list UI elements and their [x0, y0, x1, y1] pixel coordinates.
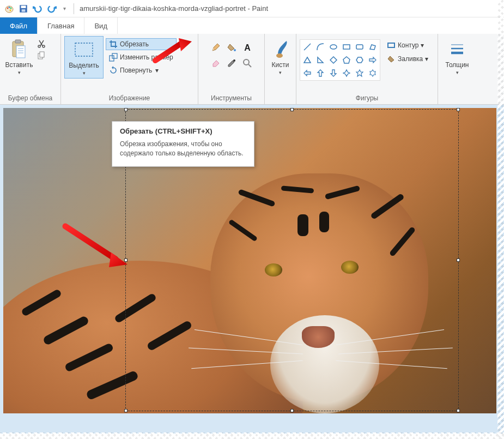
chevron-down-icon: ▾ — [83, 70, 86, 76]
size-button[interactable]: Толщин ▾ — [441, 36, 473, 77]
svg-text:A: A — [244, 43, 251, 52]
tab-file[interactable]: Файл — [0, 17, 38, 34]
ribbon-group-tools: A Инструменты — [198, 34, 265, 104]
brushes-button[interactable]: Кисти ▾ — [268, 36, 293, 77]
ribbon-group-image: Выделить ▾ Обрезать Изменить размер — [61, 34, 198, 104]
select-label: Выделить — [69, 62, 99, 69]
pencil-tool[interactable] — [209, 40, 223, 55]
svg-point-15 — [42, 45, 45, 47]
brushes-group-label — [268, 101, 293, 103]
shapes-gallery[interactable] — [300, 39, 380, 81]
shape-rectangle[interactable] — [341, 41, 353, 53]
svg-point-3 — [10, 7, 12, 9]
shape-oval[interactable] — [327, 41, 339, 53]
rotate-button[interactable]: Повернуть ▾ — [106, 64, 177, 76]
svg-rect-17 — [40, 52, 44, 57]
rotate-icon — [109, 66, 118, 75]
resize-icon — [109, 53, 118, 62]
brushes-label: Кисти — [272, 61, 289, 69]
crop-label: Обрезать — [120, 40, 149, 48]
tooltip-title: Обрезать (CTRL+SHIFT+X) — [120, 127, 247, 135]
titlebar: ▾ amurskii-tigr-tigr-dikaia-koshka-morda… — [0, 0, 504, 17]
svg-point-14 — [38, 45, 40, 47]
color-picker-tool[interactable] — [224, 56, 239, 70]
ribbon-group-shapes: Контур ▾ Заливка ▾ Фигуры — [296, 34, 438, 104]
size-label: Толщин — [445, 61, 469, 69]
select-button[interactable]: Выделить ▾ — [64, 36, 104, 79]
shape-pentagon[interactable] — [341, 54, 353, 66]
svg-point-26 — [276, 53, 283, 58]
shape-polygon[interactable] — [367, 41, 379, 53]
ribbon: Вставить ▾ Буфер обмена Выделить ▾ — [0, 34, 504, 105]
titlebar-separator — [74, 3, 74, 14]
shape-diamond[interactable] — [327, 54, 339, 66]
svg-point-2 — [9, 7, 10, 8]
shape-line[interactable] — [301, 41, 313, 53]
shape-arrow-up[interactable] — [314, 67, 326, 79]
shape-fill-button[interactable]: Заливка ▾ — [384, 53, 432, 65]
shape-star5[interactable] — [354, 67, 366, 79]
screenshot-torn-edge-bottom — [0, 432, 504, 439]
outline-icon — [387, 41, 396, 50]
tab-home[interactable]: Главная — [38, 17, 84, 34]
copy-button[interactable] — [37, 51, 46, 60]
outline-label: Контур — [398, 41, 418, 49]
undo-button[interactable] — [33, 4, 42, 14]
svg-point-4 — [10, 9, 11, 11]
magnifier-tool[interactable] — [240, 56, 254, 70]
shape-rounded-rect[interactable] — [354, 41, 366, 53]
svg-rect-6 — [21, 5, 26, 8]
svg-rect-31 — [388, 43, 394, 47]
shape-arrow-right[interactable] — [367, 54, 379, 66]
tab-view[interactable]: Вид — [84, 17, 118, 34]
image-group-label: Изображение — [64, 93, 195, 103]
tools-group-label: Инструменты — [202, 93, 261, 103]
shape-curve[interactable] — [314, 41, 326, 53]
shape-star6[interactable] — [367, 67, 379, 79]
rotate-label: Повернуть — [120, 67, 152, 74]
fill-icon — [387, 55, 396, 63]
quick-access-toolbar: ▾ — [19, 4, 68, 14]
shape-hexagon[interactable] — [354, 54, 366, 66]
redo-button[interactable] — [47, 4, 57, 14]
ribbon-group-brushes: Кисти ▾ — [265, 34, 296, 104]
shape-arrow-down[interactable] — [327, 67, 339, 79]
svg-point-24 — [244, 59, 249, 65]
text-tool[interactable]: A — [240, 40, 254, 55]
ribbon-group-clipboard: Вставить ▾ Буфер обмена — [0, 34, 61, 104]
shape-right-triangle[interactable] — [314, 54, 326, 66]
paste-button[interactable]: Вставить ▾ — [3, 36, 35, 77]
svg-rect-7 — [22, 9, 26, 12]
chevron-down-icon: ▾ — [279, 70, 282, 75]
svg-point-21 — [234, 49, 236, 51]
clipboard-group-label: Буфер обмена — [3, 93, 57, 103]
fill-label: Заливка — [398, 55, 423, 63]
shape-outline-button[interactable]: Контур ▾ — [384, 39, 432, 51]
svg-rect-18 — [75, 43, 93, 56]
chevron-down-icon: ▾ — [456, 70, 459, 75]
paste-label: Вставить — [5, 61, 33, 69]
crop-button[interactable]: Обрезать — [106, 38, 177, 50]
shapes-group-label: Фигуры — [300, 93, 434, 103]
svg-point-28 — [330, 45, 337, 49]
svg-rect-9 — [15, 40, 21, 43]
ribbon-tabs: Файл Главная Вид — [0, 17, 504, 34]
chevron-down-icon: ▾ — [425, 55, 428, 63]
qat-dropdown[interactable]: ▾ — [63, 5, 66, 11]
window-title: amurskii-tigr-tigr-dikaia-koshka-morda-v… — [80, 4, 268, 13]
save-button[interactable] — [19, 4, 28, 14]
svg-rect-29 — [343, 45, 350, 49]
svg-rect-10 — [16, 46, 25, 58]
shape-triangle[interactable] — [301, 54, 313, 66]
svg-line-27 — [304, 44, 311, 50]
svg-line-25 — [248, 64, 251, 67]
cut-button[interactable] — [37, 39, 46, 48]
eraser-tool[interactable] — [209, 56, 223, 70]
resize-button[interactable]: Изменить размер — [106, 51, 177, 63]
shape-star4[interactable] — [341, 67, 353, 79]
shape-arrow-left[interactable] — [301, 67, 313, 79]
fill-tool[interactable] — [224, 40, 239, 55]
svg-rect-30 — [356, 45, 363, 49]
resize-label: Изменить размер — [120, 53, 173, 61]
svg-point-23 — [233, 59, 235, 62]
